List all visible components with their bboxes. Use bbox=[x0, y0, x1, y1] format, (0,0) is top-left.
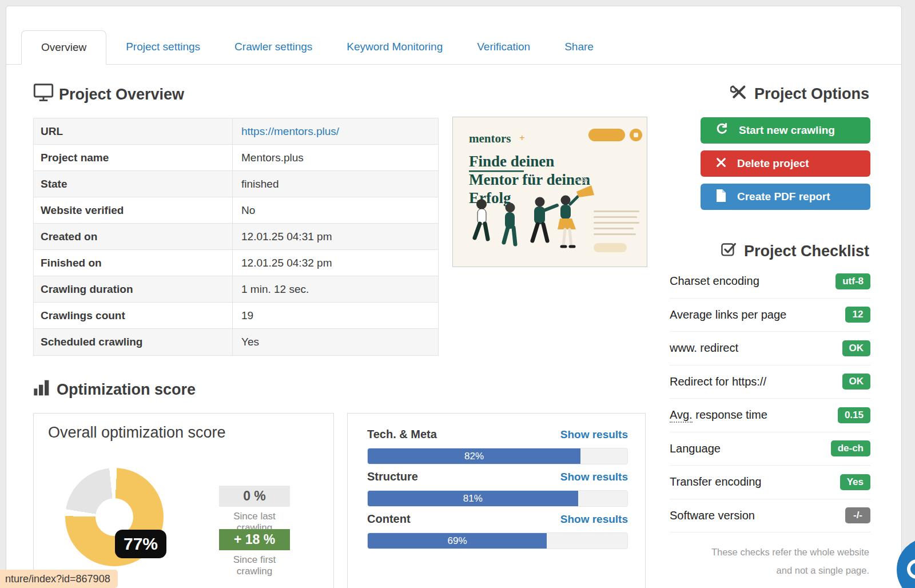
table-row: Website verified No bbox=[34, 197, 438, 224]
row-value: Mentors.plus bbox=[233, 145, 438, 170]
delete-project-label: Delete project bbox=[737, 157, 809, 170]
progress-fill: 81% bbox=[368, 491, 578, 506]
page: { "tabs": { "active": "Overview", "links… bbox=[0, 0, 915, 588]
row-label: State bbox=[34, 171, 233, 197]
preview-headline-2: Mentor für deinen bbox=[469, 171, 590, 188]
tab-project-settings[interactable]: Project settings bbox=[111, 30, 215, 64]
status-badge: Yes bbox=[840, 474, 870, 490]
content-group: Content Show results 69% bbox=[367, 512, 628, 549]
progress-track: 69% bbox=[367, 533, 628, 549]
preview-headline-1: Finde deinen bbox=[469, 153, 554, 170]
stat-value: + 18 % bbox=[219, 529, 290, 550]
monitor-icon bbox=[33, 84, 54, 106]
tab-keyword-monitoring[interactable]: Keyword Monitoring bbox=[332, 30, 458, 64]
website-preview-thumbnail[interactable]: mentors + Finde deinen Mentor für deinen… bbox=[452, 117, 647, 267]
category-name: Tech. & Meta bbox=[367, 428, 437, 441]
status-badge: OK bbox=[842, 340, 871, 356]
row-label: Website verified bbox=[34, 197, 233, 223]
project-checklist-title: Project Checklist bbox=[744, 243, 869, 260]
project-overview-heading: Project Overview bbox=[33, 84, 184, 106]
row-label: Crawlings count bbox=[34, 303, 233, 328]
category-name: Structure bbox=[367, 470, 418, 483]
row-value: Yes bbox=[233, 329, 438, 355]
refresh-icon bbox=[715, 122, 729, 139]
table-row: Crawling duration 1 min. 12 sec. bbox=[34, 276, 438, 303]
row-label: Crawling duration bbox=[34, 276, 233, 302]
table-row: State finished bbox=[34, 171, 438, 197]
checklist-item: Charset encoding utf-8 bbox=[670, 265, 870, 299]
row-label: URL bbox=[34, 118, 233, 144]
checklist-label: Language bbox=[670, 442, 721, 455]
x-icon bbox=[715, 156, 727, 172]
preview-headline-3: Erfolg bbox=[469, 189, 511, 206]
preview-logo: mentors bbox=[469, 132, 511, 145]
row-value: 12.01.25 04:31 pm bbox=[233, 224, 438, 249]
tab-verification[interactable]: Verification bbox=[462, 30, 545, 64]
stat-since-first-crawling: + 18 % Since first crawling bbox=[219, 529, 290, 577]
optimization-score-heading: Optimization score bbox=[33, 379, 196, 400]
show-results-link[interactable]: Show results bbox=[560, 471, 628, 483]
checklist-label: www. redirect bbox=[670, 341, 738, 355]
delete-project-button[interactable]: Delete project bbox=[701, 150, 870, 177]
stat-label: Since first crawling bbox=[219, 554, 290, 577]
checklist-label: Redirect for https:// bbox=[670, 375, 766, 388]
stat-value: 0 % bbox=[219, 486, 290, 507]
checklist-item: Avg. response time 0.15 bbox=[670, 399, 870, 432]
create-pdf-report-label: Create PDF report bbox=[737, 190, 830, 203]
row-label: Created on bbox=[34, 224, 233, 249]
bar-chart-icon bbox=[33, 379, 51, 400]
tab-overview[interactable]: Overview bbox=[21, 30, 106, 65]
row-value: finished bbox=[233, 171, 438, 197]
status-badge: 12 bbox=[845, 307, 870, 323]
checklist-item: Redirect for https:// OK bbox=[670, 365, 870, 399]
checklist-item: www. redirect OK bbox=[670, 332, 870, 365]
checklist-footnote: These checks refer the whole website and… bbox=[652, 543, 869, 579]
category-scores-card: Tech. & Meta Show results 82% Structure … bbox=[347, 413, 646, 588]
row-label: Finished on bbox=[34, 250, 233, 276]
table-row: Crawlings count 19 bbox=[34, 303, 438, 329]
progress-track: 82% bbox=[367, 448, 628, 464]
checklist-item: Transfer encoding Yes bbox=[670, 466, 870, 499]
tab-share[interactable]: Share bbox=[550, 30, 608, 64]
optimization-score-title: Optimization score bbox=[57, 381, 196, 399]
start-new-crawling-button[interactable]: Start new crawling bbox=[701, 117, 870, 144]
preview-cta-pill bbox=[588, 129, 625, 141]
category-name: Content bbox=[367, 512, 411, 526]
row-value: 19 bbox=[233, 303, 438, 328]
project-overview-title: Project Overview bbox=[59, 86, 184, 104]
show-results-link[interactable]: Show results bbox=[560, 428, 628, 441]
project-checklist-heading: Project Checklist bbox=[721, 241, 869, 261]
status-badge: de-ch bbox=[831, 440, 870, 456]
main-card: Overview Project settings Crawler settin… bbox=[6, 6, 902, 588]
status-badge: OK bbox=[842, 374, 871, 390]
create-pdf-report-button[interactable]: Create PDF report bbox=[701, 184, 870, 210]
tab-crawler-settings[interactable]: Crawler settings bbox=[220, 30, 327, 64]
file-icon bbox=[715, 189, 727, 205]
status-badge: -/- bbox=[845, 507, 870, 523]
progress-fill: 82% bbox=[368, 448, 580, 464]
preview-logo-plus: + bbox=[519, 133, 525, 144]
progress-track: 81% bbox=[367, 490, 628, 507]
overall-score-title: Overall optimization score bbox=[48, 424, 226, 442]
project-options-title: Project Options bbox=[754, 85, 869, 103]
checkbox-icon bbox=[721, 241, 737, 261]
checklist-label: Charset encoding bbox=[670, 275, 759, 288]
status-badge: 0.15 bbox=[838, 407, 870, 423]
row-value: No bbox=[233, 197, 438, 223]
checklist-label: Avg. response time bbox=[670, 408, 767, 422]
tech-meta-group: Tech. & Meta Show results 82% bbox=[367, 428, 628, 464]
status-badge: utf-8 bbox=[836, 273, 870, 289]
score-value-badge: 77% bbox=[115, 530, 166, 558]
overall-score-card: Overall optimization score 77% 0 % Since… bbox=[33, 413, 334, 588]
table-row: Scheduled crawling Yes bbox=[34, 329, 438, 355]
table-row: Created on 12.01.25 04:31 pm bbox=[34, 224, 438, 250]
table-row: URL https://mentors.plus/ bbox=[34, 118, 438, 145]
preview-faint-button bbox=[594, 243, 627, 252]
checklist-label: Average links per page bbox=[670, 308, 786, 321]
structure-group: Structure Show results 81% bbox=[367, 470, 628, 507]
project-checklist: Charset encoding utf-8 Average links per… bbox=[670, 265, 870, 533]
project-url-link[interactable]: https://mentors.plus/ bbox=[233, 118, 438, 144]
table-row: Project name Mentors.plus bbox=[34, 145, 438, 171]
show-results-link[interactable]: Show results bbox=[560, 513, 628, 526]
tab-bar: Overview Project settings Crawler settin… bbox=[6, 30, 901, 65]
